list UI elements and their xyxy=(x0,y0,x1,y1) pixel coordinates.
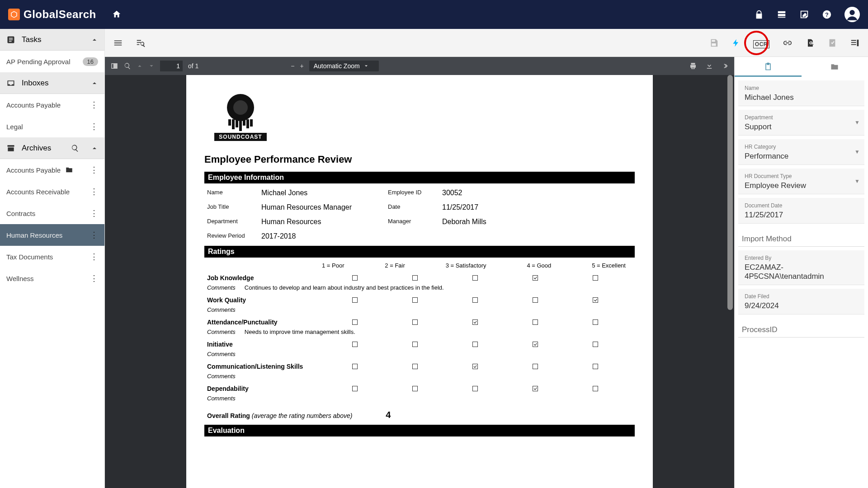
meta-field[interactable]: HR CategoryPerformance▼ xyxy=(738,139,864,165)
document-logo: SOUNDCOAST xyxy=(204,90,277,145)
more-icon[interactable]: ⋮ xyxy=(90,100,98,110)
meta-field-value: 9/24/2024 xyxy=(745,301,858,310)
lock-icon[interactable] xyxy=(754,9,764,19)
more-tools-icon[interactable] xyxy=(722,62,729,70)
rating-checkbox xyxy=(533,342,538,347)
sidebar-item-archive-tax[interactable]: Tax Documents ⋮ xyxy=(0,246,104,267)
sidebar-toggle-icon[interactable] xyxy=(110,62,118,70)
value-empid: 30052 xyxy=(442,189,542,197)
rating-checkbox xyxy=(593,275,598,281)
more-icon[interactable]: ⋮ xyxy=(90,208,98,218)
meta-field-label: Date Filed xyxy=(745,293,858,300)
legend-2: 2 = Fair xyxy=(385,262,405,269)
ratings-container: Job KnowledgeCommentsContinues to develo… xyxy=(204,272,635,405)
archives-section-header[interactable]: Archives xyxy=(0,137,104,159)
more-icon[interactable]: ⋮ xyxy=(90,252,98,262)
search-list-icon[interactable] xyxy=(136,38,146,48)
meta-field[interactable]: NameMichael Jones xyxy=(738,80,864,106)
meta-field-value: Support xyxy=(745,122,858,131)
document-search-icon[interactable] xyxy=(806,38,815,48)
link-icon[interactable] xyxy=(782,38,793,48)
rating-label: Dependability xyxy=(207,385,325,392)
meta-field[interactable]: Document Date11/25/2017 xyxy=(738,198,864,224)
meta-field[interactable]: Entered ByEC2AMAZ-4P5CSNA\tenantadmin xyxy=(738,250,864,285)
meta-field-value: 11/25/2017 xyxy=(745,211,858,220)
sidebar-item-archive-contracts[interactable]: Contracts ⋮ xyxy=(0,202,104,224)
more-icon[interactable]: ⋮ xyxy=(90,187,98,197)
label-empid: Employee ID xyxy=(388,189,442,197)
meta-field-value: EC2AMAZ-4P5CSNA\tenantadmin xyxy=(745,263,858,281)
home-icon[interactable] xyxy=(112,9,122,19)
comment-text: Needs to improve time management skills. xyxy=(245,328,355,335)
storage-icon[interactable] xyxy=(777,9,787,19)
help-icon[interactable]: ? xyxy=(822,9,832,19)
document-toolbar: OCR xyxy=(105,29,868,57)
comment-row: Comments xyxy=(204,305,635,317)
more-icon[interactable]: ⋮ xyxy=(90,165,98,175)
zoom-out-icon[interactable]: − xyxy=(291,62,294,70)
inboxes-section-header[interactable]: Inboxes xyxy=(0,72,104,94)
tab-folder[interactable] xyxy=(802,57,868,77)
rating-row: Initiative xyxy=(204,339,635,350)
comments-label: Comments xyxy=(207,284,236,291)
meta-field-value: Performance xyxy=(745,152,858,161)
menu-icon[interactable] xyxy=(113,38,123,48)
employee-info-grid: Name Michael Jones Employee ID 30052 Job… xyxy=(204,183,635,246)
find-icon[interactable] xyxy=(124,62,131,70)
rating-row: Dependability xyxy=(204,383,635,394)
rating-checkbox xyxy=(352,275,358,281)
panel-toggle-icon[interactable] xyxy=(850,38,860,48)
next-page-icon[interactable] xyxy=(148,63,155,69)
zoom-select[interactable]: Automatic Zoom xyxy=(309,61,379,71)
overall-rating-row: Overall Rating (average the rating numbe… xyxy=(204,405,635,425)
print-icon[interactable] xyxy=(689,62,697,70)
task-count-badge: 16 xyxy=(83,57,98,66)
page-input[interactable] xyxy=(160,61,183,71)
rating-label: Attendance/Punctuality xyxy=(207,319,325,326)
more-icon[interactable]: ⋮ xyxy=(90,273,98,283)
label-name: Name xyxy=(207,189,261,197)
prev-page-icon[interactable] xyxy=(137,63,143,69)
label-period: Review Period xyxy=(207,232,261,240)
sidebar-item-ap-pending[interactable]: AP Pending Approval 16 xyxy=(0,51,104,72)
viewer-canvas[interactable]: SOUNDCOAST Employee Performance Review E… xyxy=(105,75,734,488)
meta-field[interactable]: HR Document TypeEmployee Review▼ xyxy=(738,169,864,194)
sidebar-item-label: Tax Documents xyxy=(6,253,53,261)
sidebar-item-archive-ap[interactable]: Accounts Payable ⋮ xyxy=(0,159,104,181)
download-icon[interactable] xyxy=(705,62,713,70)
sidebar-item-archive-ar[interactable]: Accounts Receivable ⋮ xyxy=(0,181,104,202)
inboxes-label: Inboxes xyxy=(22,79,49,88)
tasks-section-header[interactable]: Tasks xyxy=(0,29,104,51)
brand-text: GlobalSearch xyxy=(24,8,96,21)
search-icon[interactable] xyxy=(71,144,79,152)
more-icon[interactable]: ⋮ xyxy=(90,230,98,240)
sidebar-item-archive-wellness[interactable]: Wellness ⋮ xyxy=(0,267,104,289)
meta-field[interactable]: DepartmentSupport▼ xyxy=(738,110,864,136)
zoom-in-icon[interactable]: + xyxy=(300,62,304,70)
more-icon[interactable]: ⋮ xyxy=(90,122,98,131)
sidebar-item-archive-hr[interactable]: Human Resources ⋮ xyxy=(0,224,104,246)
sidebar-item-inbox-legal[interactable]: Legal ⋮ xyxy=(0,116,104,137)
label-manager: Manager xyxy=(388,218,442,226)
scrollbar-thumb[interactable] xyxy=(727,75,733,310)
meta-field[interactable]: Import Method xyxy=(738,230,864,247)
bolt-icon[interactable] xyxy=(731,38,741,48)
document-page: SOUNDCOAST Employee Performance Review E… xyxy=(186,75,653,488)
meta-field[interactable]: Date Filed9/24/2024 xyxy=(738,289,864,314)
meta-field[interactable]: ProcessID xyxy=(738,321,864,338)
task-check-icon[interactable] xyxy=(827,38,837,48)
document-title: Employee Performance Review xyxy=(204,154,635,165)
save-icon[interactable] xyxy=(709,38,719,48)
sidebar-item-inbox-ap[interactable]: Accounts Payable ⋮ xyxy=(0,94,104,116)
overall-label: Overall Rating xyxy=(207,412,250,419)
rating-checkbox xyxy=(412,364,418,369)
account-icon[interactable] xyxy=(844,7,860,22)
legend-3: 3 = Satisfactory xyxy=(446,262,486,269)
tasks-label: Tasks xyxy=(22,35,41,44)
ocr-button[interactable]: OCR xyxy=(753,37,769,49)
rating-checkbox xyxy=(412,319,418,325)
tab-fields[interactable] xyxy=(735,57,802,77)
edit-note-icon[interactable] xyxy=(799,9,809,19)
meta-field-value: Michael Jones xyxy=(745,93,858,102)
meta-field-label: Document Date xyxy=(745,202,858,209)
